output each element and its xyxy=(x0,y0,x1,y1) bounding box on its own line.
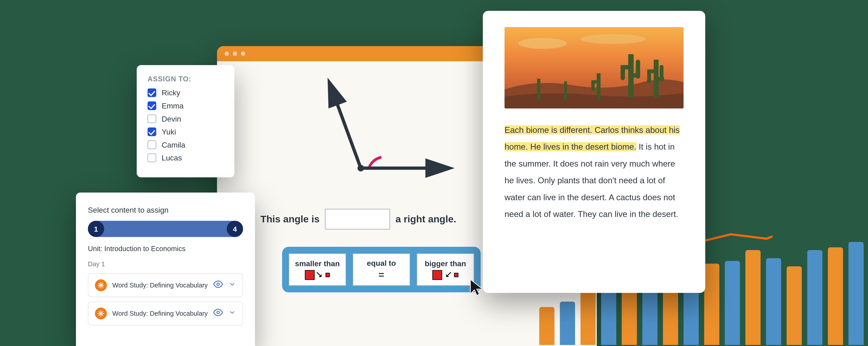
svg-point-7 xyxy=(217,283,219,285)
progress-bar[interactable]: 1 4 xyxy=(88,221,243,237)
content-item[interactable]: Word Study: Defining Vocabulary xyxy=(88,274,243,297)
bar-blue xyxy=(807,250,822,345)
content-item-label: Word Study: Defining Vocabulary xyxy=(112,310,208,317)
content-title: Select content to assign xyxy=(88,206,243,214)
assign-row[interactable]: Yuki xyxy=(148,127,223,136)
answer-blank[interactable] xyxy=(325,209,390,229)
chevron-down-icon[interactable] xyxy=(228,280,236,290)
bar-blue xyxy=(848,242,864,345)
prompt-pre: This angle is xyxy=(260,213,320,225)
window-control-close[interactable] xyxy=(225,52,229,56)
choice-label: equal to xyxy=(367,258,396,267)
reading-card: Each biome is different. Carlos thinks a… xyxy=(483,11,705,293)
snowflake-icon xyxy=(95,308,107,320)
choice-tray: smaller than equal to = bigger than xyxy=(282,247,480,292)
student-name: Emma xyxy=(162,101,184,110)
choice-bigger-than[interactable]: bigger than xyxy=(416,253,474,286)
bigger-than-icon xyxy=(432,270,458,280)
student-name: Yuki xyxy=(162,127,176,136)
assign-row[interactable]: Camila xyxy=(148,140,223,149)
svg-rect-23 xyxy=(647,69,656,73)
choice-label: bigger than xyxy=(425,259,466,268)
checkbox[interactable] xyxy=(148,127,156,136)
assign-panel: ASSIGN TO: RickyEmmaDevinYukiCamilaLucas xyxy=(137,65,235,178)
svg-rect-18 xyxy=(621,65,631,69)
bar-orange xyxy=(828,247,843,345)
content-panel: Select content to assign 1 4 Unit: Intro… xyxy=(76,193,255,346)
equals-icon: = xyxy=(379,270,384,281)
svg-rect-29 xyxy=(537,78,540,100)
svg-rect-28 xyxy=(591,80,598,84)
student-name: Ricky xyxy=(162,88,180,97)
eye-icon[interactable] xyxy=(213,308,223,320)
svg-point-14 xyxy=(518,38,567,49)
assign-row[interactable]: Ricky xyxy=(148,88,223,97)
chevron-down-icon[interactable] xyxy=(228,309,236,318)
day-text: Day 1 xyxy=(88,260,243,268)
angle-diagram xyxy=(287,76,461,195)
choice-label: smaller than xyxy=(295,259,340,268)
choice-equal-to[interactable]: equal to = xyxy=(352,253,410,286)
window-control-zoom[interactable] xyxy=(241,52,245,56)
checkbox[interactable] xyxy=(148,114,156,123)
svg-rect-20 xyxy=(630,73,639,77)
choice-smaller-than[interactable]: smaller than xyxy=(289,253,346,286)
svg-point-15 xyxy=(581,34,646,44)
body-text: It is hot in the summer. It does not rai… xyxy=(504,142,678,219)
svg-rect-30 xyxy=(564,81,567,100)
bar-orange xyxy=(786,266,802,345)
checkbox[interactable] xyxy=(148,88,156,97)
desert-scene-icon xyxy=(504,27,684,108)
prompt-post: a right angle. xyxy=(396,213,456,225)
student-name: Lucas xyxy=(162,153,182,162)
eye-icon[interactable] xyxy=(213,279,223,291)
svg-point-2 xyxy=(358,165,364,171)
checkbox[interactable] xyxy=(148,153,156,162)
unit-text: Unit: Introduction to Economics xyxy=(88,245,243,253)
progress-end: 4 xyxy=(227,221,243,237)
snowflake-icon xyxy=(95,279,107,291)
progress-start: 1 xyxy=(88,221,104,237)
assign-row[interactable]: Lucas xyxy=(148,153,223,162)
assign-title: ASSIGN TO: xyxy=(148,75,223,83)
content-item[interactable]: Word Study: Defining Vocabulary xyxy=(88,302,243,325)
svg-line-1 xyxy=(331,87,361,168)
checkbox[interactable] xyxy=(148,101,156,110)
reading-image xyxy=(504,27,684,108)
student-name: Camila xyxy=(162,140,185,149)
smaller-than-icon xyxy=(305,270,330,280)
assign-row[interactable]: Devin xyxy=(148,114,223,123)
svg-rect-25 xyxy=(656,77,664,81)
reading-text: Each biome is different. Carlos thinks a… xyxy=(504,122,684,222)
checkbox[interactable] xyxy=(148,140,156,149)
content-item-label: Word Study: Defining Vocabulary xyxy=(112,282,208,289)
assign-row[interactable]: Emma xyxy=(148,101,223,110)
angle-prompt: This angle is a right angle. xyxy=(260,209,456,229)
window-control-minimize[interactable] xyxy=(233,52,237,56)
svg-point-12 xyxy=(217,311,219,314)
svg-rect-26 xyxy=(597,73,600,100)
student-name: Devin xyxy=(162,114,181,123)
